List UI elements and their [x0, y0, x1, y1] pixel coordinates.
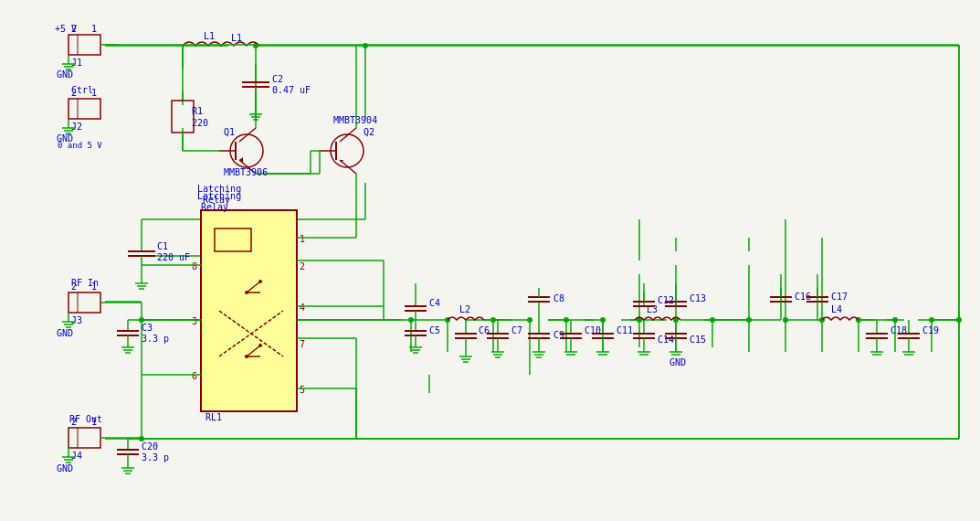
- svg-text:RF Out: RF Out: [69, 414, 102, 424]
- svg-text:220 uF: 220 uF: [157, 252, 190, 262]
- svg-text:8: 8: [192, 261, 197, 271]
- svg-text:MMBT3904: MMBT3904: [333, 115, 377, 125]
- svg-text:L1: L1: [204, 31, 215, 41]
- svg-point-170: [258, 344, 262, 347]
- svg-text:C1: C1: [157, 241, 168, 251]
- svg-text:3.3 p: 3.3 p: [142, 334, 169, 344]
- schematic-diagram: 2 1 J1 +5 V GND 2 1 J2 Ctrl GND 0 and 5 …: [0, 0, 980, 521]
- rf-filter-5: C16 C17 C18 C19: [770, 274, 939, 355]
- J4-connector: 2 1 J4 RF Out GND: [57, 414, 142, 473]
- svg-text:C7: C7: [511, 325, 522, 335]
- svg-text:+5 V: +5 V: [55, 24, 77, 34]
- svg-text:1: 1: [300, 234, 305, 244]
- svg-text:C14: C14: [658, 335, 674, 345]
- svg-rect-83: [68, 35, 100, 55]
- RL1-relay: 8 1 2 3 4 6 7 5 RL1 Latching Relay: [142, 191, 384, 439]
- svg-text:5: 5: [300, 385, 305, 395]
- rf-filter-4: C12 C13 C14 C15 GND: [633, 283, 706, 367]
- svg-text:C12: C12: [658, 295, 674, 305]
- svg-text:Q1: Q1: [224, 127, 235, 137]
- svg-text:RL1: RL1: [205, 412, 222, 422]
- svg-text:220: 220: [192, 118, 208, 128]
- C20-capacitor: C20 3.3 p: [117, 439, 169, 473]
- svg-point-66: [408, 317, 414, 323]
- svg-rect-120: [172, 101, 194, 133]
- svg-rect-196: [68, 292, 100, 313]
- Q2-transistor: Q2 MMBT3904: [265, 46, 377, 219]
- svg-text:7: 7: [300, 339, 305, 349]
- svg-text:0 and 5 V: 0 and 5 V: [58, 141, 102, 150]
- svg-text:L4: L4: [831, 304, 842, 314]
- C1-capacitor: C1 220 uF: [128, 219, 201, 289]
- svg-point-166: [258, 280, 262, 283]
- svg-point-169: [245, 355, 248, 358]
- svg-text:C19: C19: [922, 325, 939, 335]
- svg-text:Q2: Q2: [364, 127, 374, 137]
- svg-text:0.47 uF: 0.47 uF: [272, 85, 311, 95]
- svg-text:C17: C17: [831, 292, 848, 302]
- svg-point-64: [363, 43, 368, 48]
- L1-inductor: L1: [183, 31, 259, 46]
- C2-capacitor: C2 0.47 uF: [242, 64, 311, 120]
- L4-inductor: L4: [822, 304, 859, 320]
- svg-text:C8: C8: [553, 293, 564, 303]
- svg-text:1: 1: [91, 24, 97, 34]
- svg-text:GND: GND: [57, 328, 73, 338]
- svg-text:2: 2: [300, 261, 305, 271]
- svg-text:RF In: RF In: [71, 278, 99, 288]
- svg-text:C5: C5: [429, 325, 440, 335]
- rf-filter-3: C10 C11: [560, 320, 633, 355]
- svg-text:Latching: Latching: [197, 184, 241, 194]
- Q1-transistor: Q1 MMBT3906: [219, 91, 268, 177]
- svg-text:3.3 p: 3.3 p: [142, 452, 169, 463]
- svg-text:C11: C11: [616, 325, 633, 335]
- svg-text:GND: GND: [669, 357, 686, 367]
- svg-text:C20: C20: [142, 441, 158, 452]
- svg-text:MMBT3906: MMBT3906: [224, 167, 268, 177]
- svg-text:4: 4: [300, 303, 305, 313]
- svg-point-76: [783, 317, 788, 323]
- R1-resistor: R1 220: [172, 46, 208, 151]
- C3-capacitor: C3 3.3 p: [117, 320, 169, 353]
- svg-text:GND: GND: [57, 463, 73, 473]
- J1-connector: 2 1 J1 +5 V GND: [55, 24, 119, 80]
- rf-filter-1: C4 C5 L2 C6 C7: [405, 283, 522, 362]
- svg-text:C3: C3: [142, 323, 153, 333]
- svg-rect-95: [68, 99, 100, 119]
- svg-text:L1: L1: [231, 33, 242, 43]
- svg-rect-329: [68, 428, 100, 448]
- svg-text:6: 6: [192, 371, 197, 381]
- svg-text:R1: R1: [192, 106, 203, 116]
- rf-filter-2: C8 C9: [528, 288, 564, 357]
- svg-text:3: 3: [192, 316, 197, 326]
- svg-text:Relay: Relay: [203, 195, 230, 205]
- svg-text:C2: C2: [272, 74, 283, 84]
- svg-point-165: [245, 291, 248, 294]
- J3-connector: 2 1 J3 RF In GND: [57, 278, 142, 338]
- svg-text:L2: L2: [459, 304, 470, 314]
- svg-text:C13: C13: [690, 293, 706, 303]
- J2-connector: 2 1 J2 Ctrl GND 0 and 5 V: [57, 85, 183, 150]
- svg-text:C4: C4: [429, 298, 440, 308]
- svg-text:C15: C15: [690, 335, 706, 345]
- svg-text:GND: GND: [57, 69, 73, 80]
- svg-text:Ctrl: Ctrl: [71, 85, 93, 95]
